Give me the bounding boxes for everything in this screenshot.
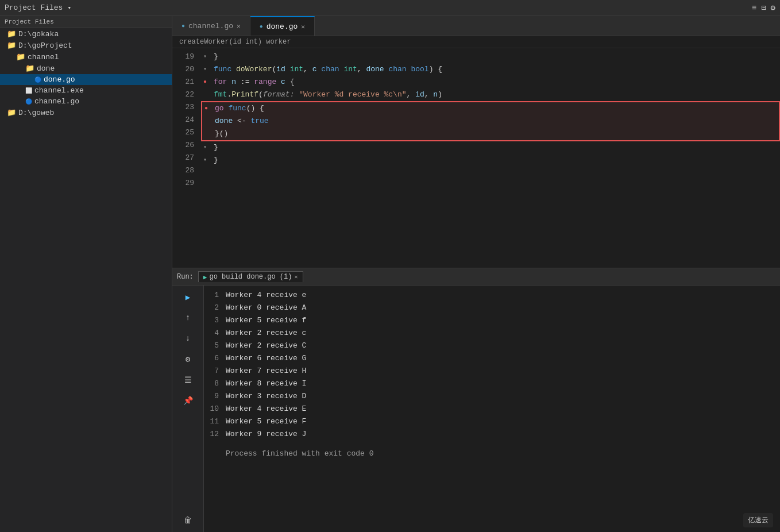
console-pin-icon[interactable]: 📌 <box>180 392 196 408</box>
sidebar-item-goproject[interactable]: 📁 D:\goProject <box>0 40 172 51</box>
console-list-icon[interactable]: ☰ <box>180 372 196 388</box>
code-line-23: fmt.Printf(format: "Worker %d receive %c… <box>201 88 780 101</box>
console-line-num-12: 12 <box>204 428 219 441</box>
console-line-num-8: 8 <box>204 377 219 390</box>
run-tab-label: go build done.go (1) <box>209 273 292 281</box>
console-output-line-11: Worker 5 receive F <box>226 415 775 428</box>
breadcrumb: createWorker(id int) worker <box>179 38 291 46</box>
code-lines: ▾}▾func doWorker(id int, c chan int, don… <box>201 51 780 190</box>
exit-message: Process finished with exit code 0 <box>226 448 775 460</box>
sidebar-item-goweb[interactable]: 📁 D:\goweb <box>0 107 172 118</box>
sidebar-item-channel-folder[interactable]: 📁 channel <box>0 51 172 63</box>
console-output-line-12: Worker 9 receive J <box>226 428 775 441</box>
breadcrumb-bar: createWorker(id int) worker <box>172 36 780 48</box>
sidebar-label-channel-folder: channel <box>28 53 59 61</box>
console-sidebar: ▶ ↑ ↓ ⚙ ☰ 📌 🗑 <box>172 286 204 532</box>
sidebar-item-gokaka[interactable]: 📁 D:\gokaka <box>0 28 172 40</box>
tab-close-done-tab[interactable]: ✕ <box>301 23 305 30</box>
console-line-numbers: 123456789101112 <box>204 286 221 532</box>
project-files-label: Project Files <box>5 3 63 12</box>
tab-close-channel-tab[interactable]: ✕ <box>237 22 241 30</box>
folder-icon: 📁 <box>16 52 25 61</box>
sidebar-label-goproject: D:\goProject <box>18 41 72 50</box>
sidebar-header: Project Files <box>0 16 172 28</box>
code-line-26: }() <box>202 128 779 140</box>
console-output-line-4: Worker 2 receive c <box>226 327 775 340</box>
code-line-25: done <- true <box>202 115 779 128</box>
fold-icon-19: ▾ <box>203 51 214 63</box>
sidebar-label-goweb: D:\goweb <box>18 109 54 117</box>
console-content: ▶ ↑ ↓ ⚙ ☰ 📌 🗑 123456789101112 Worker 4 r… <box>172 286 780 532</box>
run-tab[interactable]: ▶ go build done.go (1) ✕ <box>198 271 303 282</box>
sidebar-item-done-folder[interactable]: 📁 done <box>0 63 172 74</box>
sidebar-label-gokaka: D:\gokaka <box>18 30 59 38</box>
sidebar-label-channel-go: channel.go <box>34 97 79 106</box>
code-line-21: ▾func doWorker(id int, c chan int, done … <box>201 63 780 76</box>
sidebar-label-done-go: done.go <box>44 75 75 84</box>
console-output-line-2: Worker 0 receive A <box>226 302 775 314</box>
sidebar-item-channel-go[interactable]: 🔵 channel.go <box>0 96 172 107</box>
sidebar-tree: 📁 D:\gokaka📁 D:\goProject📁 channel📁 done… <box>0 28 172 118</box>
line-num-26: 26 <box>172 139 194 152</box>
console-down-icon[interactable]: ↓ <box>180 330 196 346</box>
tab-done-tab[interactable]: ●done.go✕ <box>250 16 315 36</box>
console-line-num-4: 4 <box>204 327 219 340</box>
code-line-24: ● go func() { <box>202 102 779 115</box>
tab-label-channel-tab: channel.go <box>188 22 233 30</box>
toolbar-split-icon[interactable]: ⊟ <box>761 3 766 13</box>
console-output-line-10: Worker 4 receive E <box>226 403 775 415</box>
dropdown-icon[interactable]: ▾ <box>67 4 71 11</box>
folder-icon: 📁 <box>7 108 16 117</box>
line-num-19: 19 <box>172 51 194 63</box>
run-play-icon[interactable]: ▶ <box>180 289 196 305</box>
line-content-21: func doWorker(id int, c chan int, done c… <box>214 63 780 76</box>
top-toolbar: Project Files ▾ ≡ ⊟ ⚙ <box>0 0 780 16</box>
line-num-22: 22 <box>172 88 194 101</box>
toolbar-list-icon[interactable]: ≡ <box>752 3 756 13</box>
tab-bar: ●channel.go✕●done.go✕ <box>172 16 780 36</box>
go-file-icon: 🔵 <box>34 76 41 83</box>
sidebar-header-label: Project Files <box>5 18 54 25</box>
line-num-21: 21 <box>172 76 194 88</box>
console-area: Run: ▶ go build done.go (1) ✕ ▶ ↑ ↓ ⚙ ☰ … <box>172 268 780 532</box>
console-line-num-10: 10 <box>204 403 219 415</box>
fold-icon-28: ▾ <box>203 154 214 167</box>
code-line-19: ▾} <box>201 51 780 63</box>
line-num-24: 24 <box>172 114 194 126</box>
folder-icon: 📁 <box>7 29 16 38</box>
exe-file-icon: ⬜ <box>25 87 32 94</box>
fold-icon-27: ▾ <box>203 141 214 154</box>
console-up-icon[interactable]: ↑ <box>180 310 196 326</box>
run-label: Run: <box>177 273 194 281</box>
line-numbers: 1920212223242526272829 <box>172 51 201 190</box>
watermark: 亿速云 <box>743 513 773 527</box>
toolbar-gear-icon[interactable]: ⚙ <box>771 3 775 13</box>
console-line-num-5: 5 <box>204 340 219 352</box>
line-content-22: for n := range c { <box>214 76 780 88</box>
code-line-27: ▾ } <box>201 141 780 154</box>
line-num-27: 27 <box>172 152 194 164</box>
console-output-line-5: Worker 2 receive C <box>226 340 775 352</box>
console-settings-icon[interactable]: ⚙ <box>180 351 196 367</box>
tab-file-icon-done-tab: ● <box>260 24 263 30</box>
sidebar-label-done-folder: done <box>37 64 55 73</box>
sidebar-item-done-go[interactable]: 🔵 done.go <box>0 74 172 85</box>
folder-icon: 📁 <box>25 64 34 73</box>
fold-icon-21: ▾ <box>203 63 214 76</box>
line-content-27: } <box>214 141 780 154</box>
line-content-24: go func() { <box>215 102 779 115</box>
code-line-28: ▾} <box>201 154 780 167</box>
console-tab-bar: Run: ▶ go build done.go (1) ✕ <box>172 268 780 286</box>
console-trash-icon[interactable]: 🗑 <box>180 512 196 529</box>
console-line-num-1: 1 <box>204 289 219 302</box>
right-panel: ●channel.go✕●done.go✕ createWorker(id in… <box>172 16 780 532</box>
line-num-20: 20 <box>172 63 194 76</box>
console-output-line-3: Worker 5 receive f <box>226 314 775 327</box>
run-tab-close-icon[interactable]: ✕ <box>294 273 298 280</box>
console-line-num-2: 2 <box>204 302 219 314</box>
console-line-num-6: 6 <box>204 352 219 365</box>
tab-channel-tab[interactable]: ●channel.go✕ <box>172 16 250 36</box>
console-output-line-7: Worker 7 receive H <box>226 365 775 377</box>
sidebar-item-channel-exe[interactable]: ⬜ channel.exe <box>0 85 172 96</box>
code-container: 1920212223242526272829 ▾}▾func doWorker(… <box>172 48 780 192</box>
